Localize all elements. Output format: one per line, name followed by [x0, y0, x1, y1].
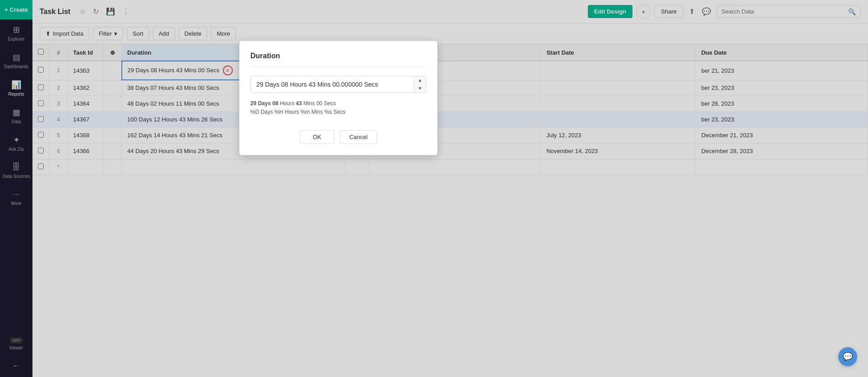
cancel-button[interactable]: Cancel — [340, 130, 377, 144]
modal-hint-line2: %D Days %H Hours %m Mins %s Secs — [250, 108, 426, 116]
modal-overlay: Duration ▲ ▼ 29 Days 08 Hours 43 Mins 00… — [0, 0, 868, 377]
duration-spinner: ▲ ▼ — [414, 76, 426, 93]
modal-title: Duration — [250, 52, 426, 67]
chat-icon: 💬 — [843, 352, 853, 362]
ok-button[interactable]: OK — [300, 130, 334, 144]
chat-bubble[interactable]: 💬 — [838, 347, 857, 366]
spinner-down[interactable]: ▼ — [414, 84, 426, 93]
modal-actions: OK Cancel — [250, 126, 426, 144]
duration-input[interactable] — [251, 76, 414, 93]
spinner-up[interactable]: ▲ — [414, 76, 426, 84]
modal-hint-row: 29 Days 08 Hours 43 Mins 00 Secs %D Days… — [250, 99, 426, 116]
modal-hint-line1: 29 Days 08 Hours 43 Mins 00 Secs — [250, 99, 426, 108]
duration-modal: Duration ▲ ▼ 29 Days 08 Hours 43 Mins 00… — [239, 41, 438, 155]
modal-input-row: ▲ ▼ — [250, 76, 426, 93]
